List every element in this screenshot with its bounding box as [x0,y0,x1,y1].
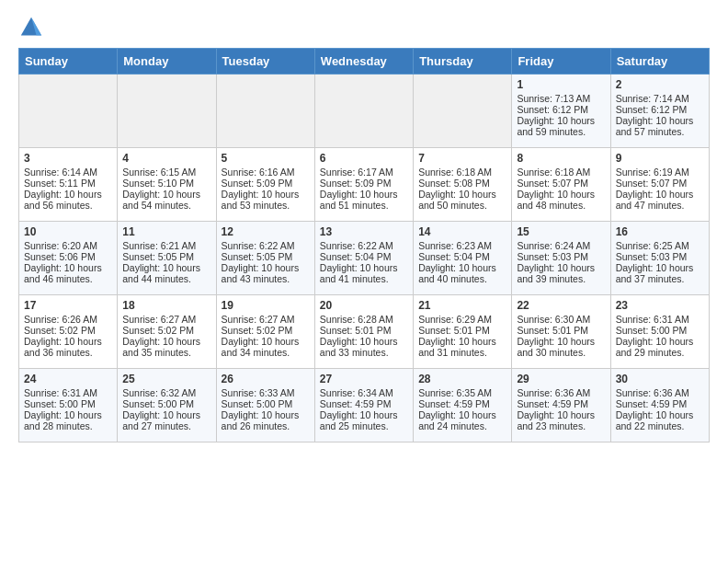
day-info: Daylight: 10 hours and 51 minutes. [320,189,408,211]
day-number: 7 [418,152,506,165]
calendar-cell: 27Sunrise: 6:34 AMSunset: 4:59 PMDayligh… [314,369,413,442]
header [18,15,710,40]
day-number: 29 [517,373,605,385]
day-info: Daylight: 10 hours and 37 minutes. [616,262,704,284]
calendar-week-4: 17Sunrise: 6:26 AMSunset: 5:02 PMDayligh… [19,295,710,369]
calendar-cell: 10Sunrise: 6:20 AMSunset: 5:06 PMDayligh… [19,222,118,295]
calendar-cell: 17Sunrise: 6:26 AMSunset: 5:02 PMDayligh… [19,295,118,369]
calendar-week-2: 3Sunrise: 6:14 AMSunset: 5:11 PMDaylight… [19,148,710,222]
weekday-header-thursday: Thursday [414,49,512,75]
day-info: Daylight: 10 hours and 41 minutes. [320,262,408,284]
day-info: Sunset: 5:08 PM [418,178,506,189]
day-info: Sunrise: 6:19 AM [616,167,704,178]
day-info: Daylight: 10 hours and 29 minutes. [616,336,704,358]
calendar-cell: 24Sunrise: 6:31 AMSunset: 5:00 PMDayligh… [19,369,118,442]
day-info: Sunrise: 6:36 AM [616,387,704,398]
logo-icon [18,15,44,40]
day-number: 18 [122,299,210,312]
day-info: Daylight: 10 hours and 24 minutes. [418,409,506,431]
day-info: Sunset: 5:02 PM [222,325,310,336]
calendar-cell: 6Sunrise: 6:17 AMSunset: 5:09 PMDaylight… [314,148,413,222]
day-info: Sunrise: 6:15 AM [122,167,210,178]
day-info: Sunrise: 6:36 AM [517,387,605,398]
weekday-header-wednesday: Wednesday [314,49,413,75]
day-info: Sunset: 5:07 PM [616,178,704,189]
day-info: Daylight: 10 hours and 23 minutes. [517,409,605,431]
day-info: Daylight: 10 hours and 56 minutes. [24,189,112,211]
day-number: 6 [320,152,408,165]
day-info: Sunrise: 6:22 AM [320,240,408,251]
weekday-header-monday: Monday [118,49,216,75]
day-info: Sunset: 5:09 PM [320,178,408,189]
day-info: Daylight: 10 hours and 36 minutes. [24,336,112,358]
day-info: Sunset: 5:00 PM [616,325,704,336]
day-info: Sunset: 5:04 PM [418,251,506,262]
day-info: Daylight: 10 hours and 48 minutes. [517,189,605,211]
day-number: 8 [517,152,605,165]
calendar-cell: 19Sunrise: 6:27 AMSunset: 5:02 PMDayligh… [216,295,314,369]
day-info: Sunrise: 6:35 AM [418,387,506,398]
page: SundayMondayTuesdayWednesdayThursdayFrid… [0,0,728,452]
day-info: Sunrise: 6:30 AM [517,314,605,325]
day-info: Sunset: 5:01 PM [418,325,506,336]
day-number: 9 [616,152,704,165]
day-number: 22 [517,299,605,312]
day-info: Sunset: 4:59 PM [517,398,605,409]
day-info: Sunrise: 6:27 AM [222,314,310,325]
weekday-header-friday: Friday [512,49,610,75]
calendar-cell [19,75,118,148]
day-number: 24 [24,373,112,385]
day-info: Sunrise: 6:31 AM [24,387,112,398]
day-info: Sunrise: 6:29 AM [418,314,506,325]
day-info: Sunset: 5:09 PM [222,178,310,189]
day-info: Sunset: 5:01 PM [320,325,408,336]
day-number: 10 [24,225,112,238]
calendar-cell [314,75,413,148]
calendar-table: SundayMondayTuesdayWednesdayThursdayFrid… [18,48,710,442]
day-info: Sunset: 5:04 PM [320,251,408,262]
day-info: Daylight: 10 hours and 54 minutes. [122,189,210,211]
day-number: 20 [320,299,408,312]
day-info: Sunset: 5:00 PM [222,398,310,409]
calendar-cell: 20Sunrise: 6:28 AMSunset: 5:01 PMDayligh… [314,295,413,369]
calendar-cell: 13Sunrise: 6:22 AMSunset: 5:04 PMDayligh… [314,222,413,295]
day-number: 16 [616,225,704,238]
calendar-cell: 11Sunrise: 6:21 AMSunset: 5:05 PMDayligh… [118,222,216,295]
day-number: 25 [122,373,210,385]
day-number: 4 [122,152,210,165]
calendar-cell: 15Sunrise: 6:24 AMSunset: 5:03 PMDayligh… [512,222,610,295]
day-number: 28 [418,373,506,385]
day-info: Daylight: 10 hours and 22 minutes. [616,409,704,431]
day-info: Sunrise: 6:25 AM [616,240,704,251]
day-number: 2 [616,78,704,91]
calendar-cell: 18Sunrise: 6:27 AMSunset: 5:02 PMDayligh… [118,295,216,369]
day-info: Sunrise: 7:14 AM [616,93,704,104]
weekday-header-saturday: Saturday [610,49,709,75]
day-number: 13 [320,225,408,238]
calendar-cell: 16Sunrise: 6:25 AMSunset: 5:03 PMDayligh… [610,222,709,295]
day-number: 27 [320,373,408,385]
calendar-cell: 5Sunrise: 6:16 AMSunset: 5:09 PMDaylight… [216,148,314,222]
day-number: 3 [24,152,112,165]
calendar-cell [118,75,216,148]
day-info: Sunrise: 6:16 AM [222,167,310,178]
day-number: 19 [222,299,310,312]
day-info: Sunset: 5:02 PM [24,325,112,336]
day-number: 5 [222,152,310,165]
day-info: Daylight: 10 hours and 31 minutes. [418,336,506,358]
day-info: Daylight: 10 hours and 40 minutes. [418,262,506,284]
day-info: Sunrise: 6:14 AM [24,167,112,178]
day-info: Sunset: 5:00 PM [122,398,210,409]
day-info: Sunset: 5:03 PM [616,251,704,262]
day-info: Daylight: 10 hours and 35 minutes. [122,336,210,358]
day-number: 14 [418,225,506,238]
day-number: 1 [517,78,605,91]
calendar-cell: 30Sunrise: 6:36 AMSunset: 4:59 PMDayligh… [610,369,709,442]
day-info: Sunset: 5:05 PM [122,251,210,262]
day-number: 15 [517,225,605,238]
day-info: Sunrise: 6:22 AM [222,240,310,251]
day-info: Sunset: 5:00 PM [24,398,112,409]
day-number: 12 [222,225,310,238]
day-info: Sunrise: 6:27 AM [122,314,210,325]
day-info: Sunrise: 6:23 AM [418,240,506,251]
